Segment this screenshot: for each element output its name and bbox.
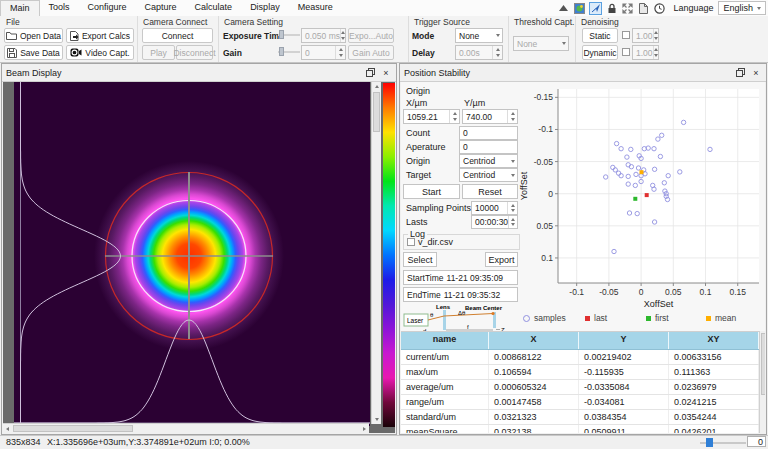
resize-icon[interactable]: [621, 2, 634, 15]
dynamic-denoise-button[interactable]: Dynamic: [582, 45, 618, 60]
export-button[interactable]: Export: [485, 252, 518, 267]
table-row[interactable]: max/um0.106594-0.1159350.111363: [401, 365, 759, 380]
dynamic-denoise-checkbox[interactable]: [622, 48, 630, 56]
lasts-spinbox[interactable]: 00:00:30: [471, 215, 518, 229]
export-calcs-label: Export Calcs: [82, 31, 130, 41]
origin-y-spinbox[interactable]: 740.00: [462, 109, 518, 124]
table-row[interactable]: average/um0.000605324-0.03350840.0236979: [401, 380, 759, 395]
mode-combo[interactable]: None: [455, 28, 503, 43]
position-stability-titlebar[interactable]: Position Stability ×: [400, 64, 766, 82]
threshold-combo[interactable]: None: [513, 36, 569, 51]
video-capture-button[interactable]: Video Capt.: [66, 45, 134, 60]
tab-configure[interactable]: Configure: [79, 0, 136, 16]
tab-main[interactable]: Main: [0, 0, 40, 17]
legend-item-last: last: [585, 313, 607, 323]
gain-slider[interactable]: [278, 47, 300, 56]
static-denoise-spinbox[interactable]: 1.00: [632, 28, 659, 43]
gain-value-spinbox[interactable]: 0: [301, 45, 346, 60]
y-axis-title: YoffSet: [519, 171, 529, 200]
connect-button[interactable]: Connect: [142, 28, 213, 43]
chevron-down-icon: [511, 174, 515, 177]
column-header-name[interactable]: name: [401, 332, 489, 349]
save-data-button[interactable]: Save Data: [4, 45, 63, 60]
start-button[interactable]: Start: [403, 184, 460, 199]
table-row[interactable]: standard/um0.03213230.03843540.0354244: [401, 410, 759, 425]
log-file-checkbox[interactable]: [407, 238, 415, 246]
scrollbar-thumb[interactable]: [13, 425, 133, 432]
tab-display[interactable]: Display: [241, 0, 289, 16]
origin-combo[interactable]: Centriod: [459, 154, 518, 168]
tab-calculate[interactable]: Calculate: [186, 0, 242, 16]
legend-item-samples: samples: [523, 313, 566, 323]
tab-measure[interactable]: Measure: [289, 0, 342, 16]
exposure-slider[interactable]: [278, 30, 300, 39]
beam-horizontal-scrollbar[interactable]: [3, 423, 369, 433]
value-cell: 0.0241215: [669, 395, 759, 409]
scrollbar-thumb[interactable]: [373, 92, 380, 132]
target-combo[interactable]: Centriod: [459, 168, 518, 182]
scroll-left-icon[interactable]: [3, 424, 12, 433]
column-header-Y[interactable]: Y: [579, 332, 669, 349]
group-camera-setting: Camera Setting Exposure Tim 0.050 ms Exp…: [218, 16, 409, 62]
clock-icon[interactable]: [653, 2, 666, 15]
status-slider-thumb[interactable]: [706, 438, 713, 447]
sampling-points-spinbox[interactable]: 10000: [471, 201, 518, 215]
x-tick-label: -0.1: [569, 287, 584, 297]
exposure-value-spinbox[interactable]: 0.050 ms: [301, 28, 346, 43]
column-header-XY[interactable]: XY: [669, 332, 759, 349]
tab-capture[interactable]: Capture: [136, 0, 186, 16]
reset-button[interactable]: Reset: [462, 184, 518, 199]
end-time-value: 11-21 09:35:32: [444, 290, 501, 300]
scrollbar-thumb[interactable]: [761, 333, 765, 395]
chevron-down-icon: [562, 42, 566, 45]
value-cell: 0.00868122: [489, 350, 579, 364]
close-window-icon[interactable]: ×: [380, 67, 392, 79]
y-tick-label: -0.05: [534, 157, 554, 167]
beam-vertical-scrollbar[interactable]: [371, 82, 381, 424]
play-button[interactable]: Play: [142, 45, 175, 60]
origin-x-spinbox[interactable]: 1059.21: [403, 109, 460, 124]
connect-label: Connect: [162, 31, 194, 41]
gain-auto-button[interactable]: Gain Auto: [348, 45, 394, 60]
table-row[interactable]: current/um0.008681220.002194020.00633156: [401, 350, 759, 365]
open-data-label: Open Data: [20, 31, 61, 41]
close-window-icon[interactable]: ×: [750, 67, 762, 79]
export-calcs-button[interactable]: Export Calcs: [66, 28, 134, 43]
column-header-X[interactable]: X: [489, 332, 579, 349]
beam-image[interactable]: [14, 82, 370, 426]
tab-tools[interactable]: Tools: [40, 0, 79, 16]
delay-spinbox[interactable]: 0.00s: [455, 45, 503, 60]
lock-icon[interactable]: [605, 2, 618, 15]
value-cell: 0.00633156: [669, 350, 759, 364]
table-row[interactable]: meanSquare0.0321380.05099110.0426201: [401, 425, 759, 433]
pin-icon[interactable]: [589, 2, 602, 15]
static-denoise-button[interactable]: Static: [582, 28, 618, 43]
language-select[interactable]: English: [718, 1, 766, 15]
group-trigger-label: Trigger Source: [414, 17, 470, 27]
x-tick-label: 0.1: [700, 287, 712, 297]
row-name-cell: range/um: [401, 395, 489, 409]
scroll-down-icon[interactable]: [372, 415, 381, 424]
beam-display-titlebar[interactable]: Beam Display ×: [2, 64, 396, 82]
group-threshold: Threshold Capt. None: [508, 16, 576, 62]
start-time-value: 11-21 09:35:09: [447, 273, 504, 283]
exposure-auto-button[interactable]: Expo...Auto: [348, 28, 394, 43]
status-bar: 835x834 X:1.335696e+03um,Y:3.374891e+02u…: [0, 435, 768, 449]
float-window-icon[interactable]: [734, 67, 746, 79]
select-button[interactable]: Select: [403, 252, 437, 267]
scroll-right-icon[interactable]: [360, 424, 369, 433]
static-denoise-checkbox[interactable]: [622, 31, 630, 39]
dynamic-denoise-spinbox[interactable]: 1.00: [632, 45, 659, 60]
float-window-icon[interactable]: [364, 67, 376, 79]
scroll-up-icon[interactable]: [372, 82, 381, 91]
delay-value: 0.00s: [459, 48, 480, 58]
palette-icon[interactable]: [573, 2, 586, 15]
document-icon[interactable]: [637, 2, 650, 15]
open-data-button[interactable]: Open Data: [4, 28, 63, 43]
table-scrollbar[interactable]: [759, 331, 765, 433]
menu-bar: MainToolsConfigureCaptureCalculateDispla…: [0, 0, 768, 17]
value-cell: -0.034081: [579, 395, 669, 409]
disconnect-button[interactable]: Disconnect: [176, 45, 213, 60]
table-row[interactable]: range/um0.00147458-0.0340810.0241215: [401, 395, 759, 410]
collapse-toolbar-icon[interactable]: [557, 2, 570, 15]
